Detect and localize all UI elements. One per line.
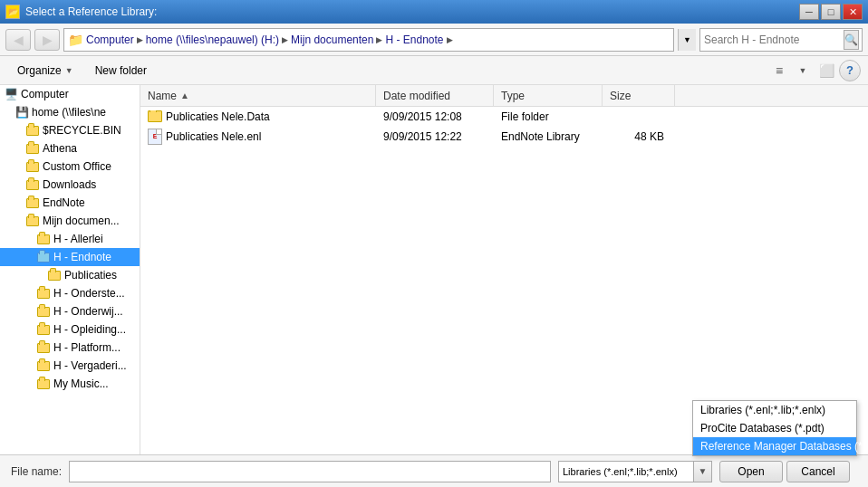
dropdown-item-procite[interactable]: ProCite Databases (*.pdt)	[693, 419, 856, 437]
file-date-cell: 9/09/2015 12:08	[376, 110, 494, 123]
file-list-header: Name ▲ Date modified Type Size	[140, 85, 868, 107]
title-bar-title: Select a Reference Library:	[25, 5, 157, 18]
my-music-folder-icon	[36, 377, 51, 391]
search-input[interactable]	[704, 33, 840, 46]
opleiding-folder-icon	[36, 322, 51, 337]
address-folder-icon: 📁	[68, 33, 83, 47]
file-name-input[interactable]	[69, 461, 551, 482]
mijn-folder-icon	[25, 214, 40, 228]
file-type-cell-enl: EndNote Library	[494, 130, 603, 143]
table-row[interactable]: Publicaties Nele.Data 9/09/2015 12:08 Fi…	[140, 107, 868, 127]
sidebar-item-h-endnote[interactable]: H - Endnote	[0, 248, 140, 266]
file-type-cell: File folder	[494, 110, 603, 123]
open-button[interactable]: Open	[719, 461, 783, 482]
addr-endnote[interactable]: H - Endnote	[385, 33, 443, 46]
endnote-folder-icon	[25, 196, 40, 210]
sidebar-item-custom-office[interactable]: Custom Office	[0, 158, 140, 176]
vergaderi-folder-icon	[36, 358, 51, 373]
publicaties-folder-icon	[47, 268, 62, 282]
file-type-dropdown-menu: Libraries (*.enl;*.lib;*.enlx) ProCite D…	[692, 400, 857, 456]
allerlei-folder-icon	[36, 232, 51, 246]
sidebar-item-home-drive[interactable]: 💾 home (\\files\ne	[0, 103, 140, 121]
athena-folder-icon	[25, 141, 40, 156]
list-view-button[interactable]: ≡	[768, 60, 790, 81]
bottom-area: File name: Libraries (*.enl;*.lib;*.enlx…	[0, 454, 868, 487]
new-folder-button[interactable]: New folder	[85, 59, 157, 82]
bottom-bar: File name: Libraries (*.enl;*.lib;*.enlx…	[0, 454, 868, 487]
file-size-cell-enl: 48 KB	[603, 130, 675, 143]
addr-arrow-4[interactable]: ▶	[447, 35, 453, 44]
help-button[interactable]: ?	[839, 60, 861, 81]
back-button[interactable]: ◀	[5, 29, 31, 51]
close-button[interactable]: ✕	[843, 4, 863, 20]
title-bar-icon: 📂	[5, 5, 20, 19]
sidebar-item-publicaties[interactable]: Publicaties	[0, 266, 140, 284]
file-name-cell: Publicaties Nele.Data	[140, 110, 376, 123]
sidebar-item-h-opleiding[interactable]: H - Opleiding...	[0, 320, 140, 339]
onderwij-folder-icon	[36, 304, 51, 319]
maximize-button[interactable]: □	[821, 4, 841, 20]
custom-office-folder-icon	[25, 159, 40, 174]
recycle-folder-icon	[25, 123, 40, 138]
h-endnote-folder-icon	[36, 250, 51, 264]
sidebar-item-recycle[interactable]: $RECYCLE.BIN	[0, 121, 140, 139]
downloads-folder-icon	[25, 177, 40, 192]
addr-arrow-1[interactable]: ▶	[137, 35, 143, 44]
folder-file-icon	[148, 110, 162, 122]
dropdown-item-libraries[interactable]: Libraries (*.enl;*.lib;*.enlx)	[693, 401, 856, 419]
sidebar-item-h-onderste[interactable]: H - Onderste...	[0, 284, 140, 302]
file-name-label: File name:	[11, 465, 62, 478]
table-row[interactable]: E Publicaties Nele.enl 9/09/2015 12:22 E…	[140, 127, 868, 147]
organize-dropdown-arrow: ▼	[65, 66, 73, 75]
address-field[interactable]: 📁 Computer ▶ home (\\files\nepauwel) (H:…	[63, 28, 674, 52]
sidebar-item-mijn-doc[interactable]: Mijn documen...	[0, 212, 140, 230]
sidebar-item-computer[interactable]: 🖥️ Computer	[0, 85, 140, 103]
addr-arrow-3[interactable]: ▶	[376, 35, 382, 44]
search-button[interactable]: 🔍	[844, 30, 859, 50]
computer-icon: 🖥️	[4, 87, 18, 101]
sidebar-item-endnote[interactable]: EndNote	[0, 194, 140, 212]
enl-file-icon: E	[148, 129, 162, 145]
cancel-button[interactable]: Cancel	[786, 461, 850, 482]
sidebar-item-downloads[interactable]: Downloads	[0, 176, 140, 194]
sidebar-item-athena[interactable]: Athena	[0, 139, 140, 158]
file-type-dropdown-btn[interactable]: ▼	[694, 461, 712, 482]
main-area: 🖥️ Computer 💾 home (\\files\ne $RECYCLE.…	[0, 85, 868, 454]
file-date-cell-enl: 9/09/2015 12:22	[376, 130, 494, 143]
onderste-folder-icon	[36, 286, 51, 301]
sort-arrow-name: ▲	[180, 91, 189, 100]
drive-icon: 💾	[14, 105, 29, 119]
organize-button[interactable]: Organize ▼	[7, 59, 83, 82]
file-list: Name ▲ Date modified Type Size Publicati…	[140, 85, 868, 454]
addr-mijn[interactable]: Mijn documenten	[291, 33, 373, 46]
search-box: 🔍	[699, 28, 863, 52]
col-date-header[interactable]: Date modified	[376, 85, 494, 106]
file-name-cell-enl: E Publicaties Nele.enl	[140, 129, 376, 145]
sidebar-item-h-vergaderi[interactable]: H - Vergaderi...	[0, 357, 140, 375]
preview-pane-button[interactable]: ⬜	[815, 60, 837, 81]
col-type-header[interactable]: Type	[494, 85, 603, 106]
addr-arrow-2[interactable]: ▶	[282, 35, 288, 44]
sidebar-item-my-music[interactable]: My Music...	[0, 375, 140, 393]
minimize-button[interactable]: ─	[799, 4, 819, 20]
platform-folder-icon	[36, 340, 51, 355]
col-name-header[interactable]: Name ▲	[140, 85, 376, 106]
address-dropdown-btn[interactable]: ▼	[678, 29, 696, 51]
sidebar-item-h-allerlei[interactable]: H - Allerlei	[0, 230, 140, 248]
address-bar: ◀ ▶ 📁 Computer ▶ home (\\files\nepauwel)…	[0, 24, 868, 56]
sidebar: 🖥️ Computer 💾 home (\\files\ne $RECYCLE.…	[0, 85, 140, 454]
file-type-display[interactable]: Libraries (*.enl;*.lib;*.enlx)	[558, 461, 694, 482]
title-bar: 📂 Select a Reference Library: ─ □ ✕	[0, 0, 868, 24]
col-size-header[interactable]: Size	[603, 85, 675, 106]
action-buttons: Open Cancel	[719, 461, 857, 482]
view-dropdown-button[interactable]: ▼	[792, 60, 814, 81]
forward-button[interactable]: ▶	[34, 29, 60, 51]
sidebar-item-h-onderwij[interactable]: H - Onderwij...	[0, 302, 140, 320]
sidebar-item-h-platform[interactable]: H - Platform...	[0, 339, 140, 357]
toolbar: Organize ▼ New folder ≡ ▼ ⬜ ?	[0, 56, 868, 85]
addr-home[interactable]: home (\\files\nepauwel) (H:)	[146, 33, 279, 46]
addr-computer[interactable]: Computer	[86, 33, 134, 46]
dropdown-item-refmanager[interactable]: Reference Manager Databases (*.rmd)	[693, 437, 856, 455]
